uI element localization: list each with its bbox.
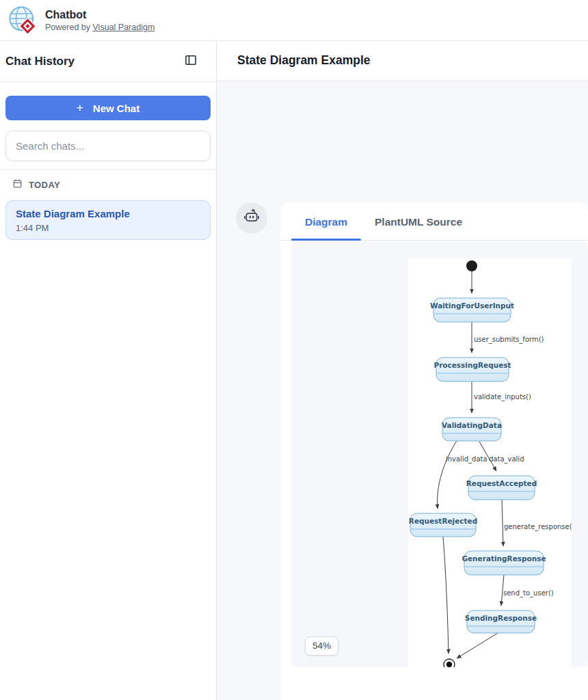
bot-avatar [236,202,267,234]
app-title: Chatbot [45,8,155,21]
tab-plantuml-source[interactable]: PlantUML Source [361,202,476,240]
final-state-node [444,659,455,667]
svg-text:invalid_data: invalid_data [446,455,487,463]
assistant-message-card: Diagram PlantUML Source [280,202,588,700]
main-header: State Diagram Example [217,41,588,81]
chat-history-sidebar: Chat History + New Chat [0,41,217,700]
svg-text:user_submits_form(): user_submits_form() [474,336,544,344]
state-node: ValidatingData [442,418,502,441]
svg-text:send_to_user(): send_to_user() [503,589,554,597]
svg-text:WaitingForUserInput: WaitingForUserInput [430,301,514,310]
svg-text:generate_response(): generate_response() [504,523,572,531]
powered-by-prefix: Powered by [45,23,90,32]
state-diagram-canvas: WaitingForUserInput ProcessingRequest [408,258,572,667]
chat-list-item[interactable]: State Diagram Example 1:44 PM [5,200,211,240]
new-chat-button[interactable]: + New Chat [5,96,211,120]
state-node: RequestRejected [409,513,477,537]
robot-icon [243,208,260,228]
tab-bar: Diagram PlantUML Source [280,202,588,241]
collapse-sidebar-button[interactable] [182,53,200,70]
main-panel: State Diagram Example [217,41,588,700]
transition-edges [438,271,504,658]
state-node: ProcessingRequest [433,358,511,381]
svg-text:RequestRejected: RequestRejected [409,517,477,525]
today-section-header: TODAY [12,178,211,191]
visual-paradigm-logo-icon [8,5,38,36]
powered-by-line: Powered by Visual Paradigm [45,23,155,32]
search-chats-input[interactable] [5,131,211,161]
app-header: Chatbot Powered by Visual Paradigm [0,0,588,41]
state-node: SendingResponse [465,610,537,633]
page-title: State Diagram Example [237,53,371,68]
diagram-viewer[interactable]: WaitingForUserInput ProcessingRequest [291,241,588,667]
layout: Chat History + New Chat [0,41,588,700]
sidebar-header: Chat History [0,41,216,82]
initial-state-node [466,260,477,271]
chat-item-time: 1:44 PM [16,223,200,233]
sidebar-divider [0,169,216,170]
zoom-level-badge: 54% [305,636,338,656]
svg-text:SendingResponse: SendingResponse [465,614,537,622]
calendar-icon [12,178,23,191]
assistant-message-row: Diagram PlantUML Source [217,202,588,700]
panel-toggle-icon [184,53,198,69]
state-node: WaitingForUserInput [430,298,514,322]
visual-paradigm-link[interactable]: Visual Paradigm [93,23,155,32]
svg-text:ProcessingRequest: ProcessingRequest [433,361,511,369]
svg-text:validate_inputs(): validate_inputs() [474,393,531,401]
tab-diagram[interactable]: Diagram [291,202,361,240]
state-diagram-svg: WaitingForUserInput ProcessingRequest [408,258,572,667]
plus-icon: + [77,101,83,115]
svg-text:GeneratingResponse: GeneratingResponse [462,554,546,563]
app-title-block: Chatbot Powered by Visual Paradigm [45,8,155,31]
chat-messages-area: Diagram PlantUML Source [217,81,588,700]
today-section-label: TODAY [29,180,60,190]
state-node: RequestAccepted [466,476,537,500]
chat-item-title: State Diagram Example [16,208,200,221]
sidebar-body: + New Chat TODAY State Diagram Example 1… [0,82,216,240]
new-chat-label: New Chat [93,103,139,114]
svg-text:RequestAccepted: RequestAccepted [466,479,537,487]
svg-text:ValidatingData: ValidatingData [442,421,502,429]
sidebar-title: Chat History [5,55,75,68]
state-node: GeneratingResponse [462,551,546,575]
svg-text:data_valid: data_valid [489,455,524,463]
